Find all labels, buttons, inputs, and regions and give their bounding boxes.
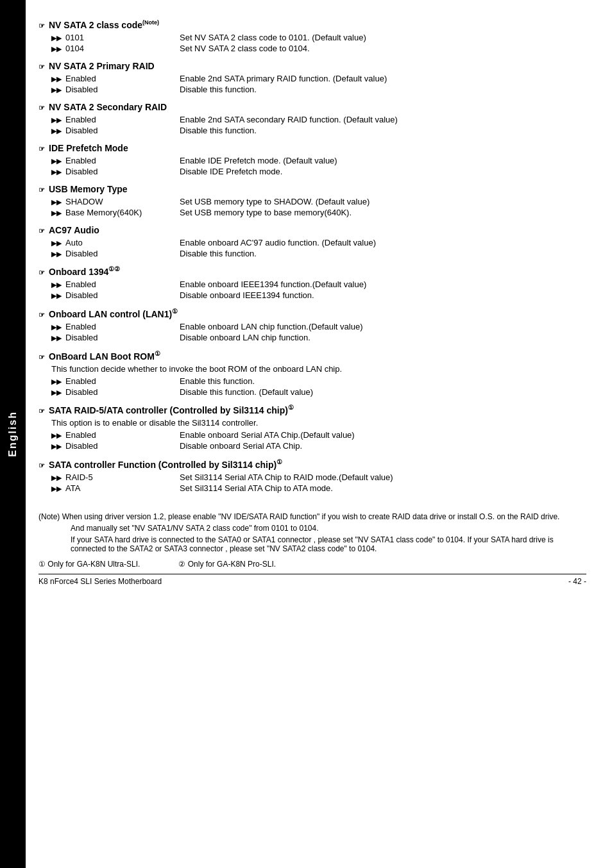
section-title: ☞ IDE Prefetch Mode [38,143,586,153]
section-title-text: NV SATA 2 Primary RAID [49,61,155,71]
option-desc: Set USB memory type to SHADOW. (Default … [180,197,586,206]
option-row: ▶▶Enabled Enable IDE Prefetch mode. (Def… [51,156,586,165]
section-title: ☞ SATA RAID-5/ATA controller (Controlled… [38,405,586,416]
options-table: ▶▶Enabled Enable onboard Serial ATA Chip… [51,430,586,451]
section-title-text: Onboard LAN control (LAN1)① [49,308,178,319]
option-desc: Disable this function. [180,85,586,94]
section-title: ☞ NV SATA 2 Secondary RAID [38,102,586,112]
section-title: ☞ USB Memory Type [38,184,586,194]
section-desc: This option is to enable or disable the … [51,418,586,428]
section-title-text: USB Memory Type [49,184,128,194]
option-label: ▶▶Enabled [51,156,180,165]
option-label: ▶▶Disabled [51,333,180,342]
section-sup: (Note) [142,19,159,26]
footnotes: ① Only for GA-K8N Ultra-SLI. ② Only for … [38,560,586,569]
option-desc: Disable onboard Serial ATA Chip. [180,441,586,451]
option-label: ▶▶0101 [51,33,180,42]
section-title-text: SATA controller Function (Controlled by … [49,458,282,470]
options-table: ▶▶0101 Set NV SATA 2 class code to 0101.… [51,33,586,53]
option-desc: Enable onboard AC'97 audio function. (De… [180,238,586,247]
option-desc: Disable onboard LAN chip function. [180,333,586,342]
option-row: ▶▶Disabled Disable onboard IEEE1394 func… [51,290,586,300]
options-table: ▶▶Enabled Enable onboard IEEE1394 functi… [51,280,586,300]
section-title: ☞ Onboard LAN control (LAN1)① [38,308,586,319]
option-row: ▶▶SHADOW Set USB memory type to SHADOW. … [51,197,586,206]
options-table: ▶▶RAID-5 Set Sil3114 Serial ATA Chip to … [51,472,586,493]
option-label: ▶▶Disabled [51,387,180,397]
footer-left: K8 nForce4 SLI Series Motherboard [38,577,162,586]
section-arrow-icon: ☞ [38,269,45,277]
section-nv-sata2-class-code: ☞ NV SATA 2 class code(Note) ▶▶0101 Set … [38,19,586,53]
section-title-text: Onboard 1394①② [49,266,120,278]
section-title: ☞ SATA controller Function (Controlled b… [38,458,586,470]
options-table: ▶▶Enabled Enable 2nd SATA secondary RAID… [51,115,586,135]
option-row: ▶▶Disabled Disable this function. (Defau… [51,387,586,397]
section-arrow-icon: ☞ [38,311,45,319]
option-label: ▶▶Enabled [51,376,180,386]
section-arrow-icon: ☞ [38,407,45,415]
section-nv-sata2-primary-raid: ☞ NV SATA 2 Primary RAID ▶▶Enabled Enabl… [38,61,586,94]
section-arrow-icon: ☞ [38,186,45,194]
option-label: ▶▶Enabled [51,280,180,289]
note-line2: And manually set "NV SATA1/NV SATA 2 cla… [71,524,586,533]
option-desc: Disable this function. [180,249,586,258]
section-onboard-lan-control: ☞ Onboard LAN control (LAN1)① ▶▶Enabled … [38,308,586,342]
footer-bar: K8 nForce4 SLI Series Motherboard - 42 - [38,574,586,586]
option-desc: Disable IDE Prefetch mode. [180,167,586,176]
option-desc: Enable 2nd SATA secondary RAID function.… [180,115,586,124]
option-row: ▶▶Enabled Enable onboard IEEE1394 functi… [51,280,586,289]
option-row: ▶▶Disabled Disable this function. [51,126,586,135]
option-desc: Enable onboard LAN chip function.(Defaul… [180,322,586,331]
option-desc: Set NV SATA 2 class code to 0101. (Defau… [180,33,586,42]
section-onboard-lan-boot-rom: ☞ OnBoard LAN Boot ROM① This function de… [38,350,586,397]
sidebar-label: English [7,411,19,457]
option-label: ▶▶Enabled [51,322,180,331]
option-label: ▶▶Disabled [51,290,180,300]
option-label: ▶▶RAID-5 [51,472,180,482]
footer-notes: (Note) When using driver version 1.2, pl… [38,512,586,586]
main-content: ☞ NV SATA 2 class code(Note) ▶▶0101 Set … [38,0,586,599]
section-title-text: SATA RAID-5/ATA controller (Controlled b… [49,405,294,416]
option-label: ▶▶Disabled [51,249,180,258]
option-label: ▶▶Enabled [51,430,180,440]
option-row: ▶▶Enabled Enable onboard LAN chip functi… [51,322,586,331]
option-label: ▶▶Enabled [51,115,180,124]
option-desc: Set Sil3114 Serial ATA Chip to ATA mode. [180,483,586,493]
section-title-text: OnBoard LAN Boot ROM① [49,350,160,362]
section-title-text: NV SATA 2 class code(Note) [49,19,159,30]
option-desc: Enable 2nd SATA primary RAID function. (… [180,74,586,83]
option-row: ▶▶0104 Set NV SATA 2 class code to 0104. [51,44,586,53]
footnote-1: ① Only for GA-K8N Ultra-SLI. [38,560,140,569]
options-table: ▶▶Auto Enable onboard AC'97 audio functi… [51,238,586,258]
section-ide-prefetch-mode: ☞ IDE Prefetch Mode ▶▶Enabled Enable IDE… [38,143,586,176]
section-sata-raid5-ata: ☞ SATA RAID-5/ATA controller (Controlled… [38,405,586,451]
section-title-text: NV SATA 2 Secondary RAID [49,102,167,112]
option-desc: Disable this function. [180,126,586,135]
option-desc: Set USB memory type to base memory(640K)… [180,208,586,217]
option-row: ▶▶Disabled Disable onboard LAN chip func… [51,333,586,342]
option-desc: Set NV SATA 2 class code to 0104. [180,44,586,53]
option-row: ▶▶Disabled Disable IDE Prefetch mode. [51,167,586,176]
section-title: ☞ NV SATA 2 Primary RAID [38,61,586,71]
option-row: ▶▶Disabled Disable this function. [51,249,586,258]
note-line3: If your SATA hard drive is connected to … [71,535,586,553]
section-title: ☞ OnBoard LAN Boot ROM① [38,350,586,362]
option-row: ▶▶RAID-5 Set Sil3114 Serial ATA Chip to … [51,472,586,482]
footer-right: - 42 - [568,577,586,586]
option-row: ▶▶Disabled Disable this function. [51,85,586,94]
option-row: ▶▶Enabled Enable this function. [51,376,586,386]
section-nv-sata2-secondary-raid: ☞ NV SATA 2 Secondary RAID ▶▶Enabled Ena… [38,102,586,135]
option-desc: Disable onboard IEEE1394 function. [180,290,586,300]
section-arrow-icon: ☞ [38,462,45,470]
option-desc: Enable this function. [180,376,586,386]
option-row: ▶▶Enabled Enable onboard Serial ATA Chip… [51,430,586,440]
option-label: ▶▶SHADOW [51,197,180,206]
option-desc: Set Sil3114 Serial ATA Chip to RAID mode… [180,472,586,482]
section-arrow-icon: ☞ [38,145,45,153]
section-arrow-icon: ☞ [38,104,45,112]
section-desc: This function decide whether to invoke t… [51,364,586,374]
section-title: ☞ Onboard 1394①② [38,266,586,278]
section-arrow-icon: ☞ [38,353,45,362]
section-title-text: IDE Prefetch Mode [49,143,128,153]
option-row: ▶▶Auto Enable onboard AC'97 audio functi… [51,238,586,247]
